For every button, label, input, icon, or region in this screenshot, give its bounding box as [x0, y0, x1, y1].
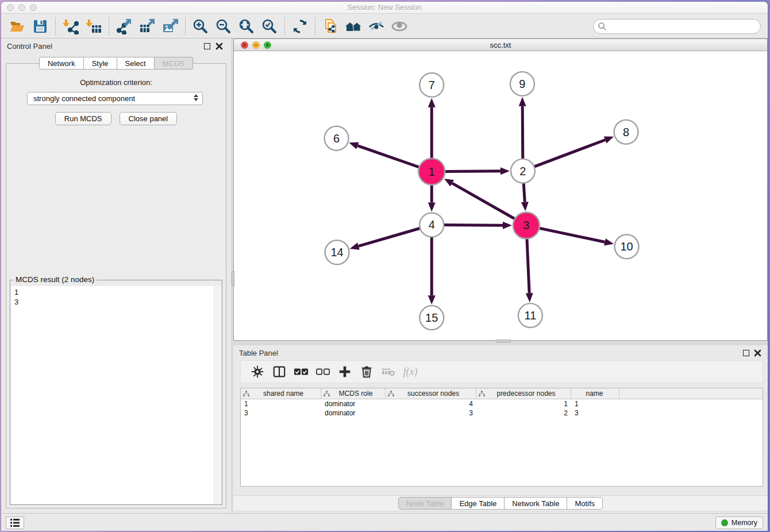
svg-text:8: 8 [623, 126, 629, 138]
zoom-out-button[interactable] [212, 17, 235, 36]
toolbar-separator [284, 18, 285, 35]
float-table-panel-icon[interactable] [743, 350, 749, 356]
result-scrollbar[interactable] [214, 286, 221, 504]
column-header-shared-name[interactable]: shared name [241, 388, 321, 399]
graph-node-11[interactable]: 11 [518, 303, 542, 327]
duplicate-network-button[interactable] [319, 17, 342, 36]
memory-button[interactable]: Memory [715, 516, 763, 529]
graph-node-2[interactable]: 2 [511, 159, 535, 183]
hide-selected-button[interactable] [365, 17, 388, 36]
graph-edge-1-6[interactable] [349, 142, 419, 167]
export-image-button[interactable] [159, 17, 182, 36]
tab-motifs[interactable]: Motifs [567, 497, 603, 510]
network-canvas-svg[interactable]: 7968124314101511 [234, 51, 767, 340]
save-session-button[interactable] [29, 17, 52, 36]
delete-column-button[interactable] [356, 363, 378, 381]
tab-style[interactable]: Style [84, 57, 117, 70]
graph-node-10[interactable]: 10 [615, 234, 639, 259]
close-table-panel-icon[interactable] [754, 349, 761, 357]
cell-mcds-role[interactable]: dominator [321, 408, 386, 418]
deselect-all-columns-button[interactable] [312, 363, 334, 381]
graph-node-8[interactable]: 8 [614, 120, 638, 144]
tab-network[interactable]: Network [39, 57, 84, 70]
cell-shared-name[interactable]: 3 [241, 408, 321, 418]
cell-mcds-role[interactable]: dominator [321, 399, 386, 408]
tab-select[interactable]: Select [117, 57, 155, 70]
graph-edge-1-4[interactable] [428, 185, 436, 212]
graph-edge-1-2[interactable] [445, 167, 510, 175]
cell-name[interactable]: 1 [571, 399, 619, 408]
export-table-icon [139, 18, 155, 34]
graph-edge-4-15[interactable] [428, 237, 436, 304]
graph-edge-4-14[interactable] [350, 228, 421, 249]
close-panel-icon[interactable] [215, 43, 223, 50]
graph-edge-2-8[interactable] [534, 136, 614, 167]
graph-edge-2-9[interactable] [519, 97, 526, 159]
graph-edge-2-3[interactable] [521, 183, 529, 211]
graph-node-4[interactable]: 4 [419, 213, 444, 237]
tab-network-table[interactable]: Network Table [505, 497, 567, 510]
cell-shared-name[interactable]: 1 [241, 399, 321, 408]
export-table-button[interactable] [136, 17, 159, 36]
graph-edge-3-1[interactable] [444, 179, 515, 219]
cell-successor-nodes[interactable]: 3 [386, 408, 476, 418]
graph-node-7[interactable]: 7 [419, 73, 444, 97]
task-history-button[interactable] [6, 516, 24, 529]
svg-text:4: 4 [429, 218, 435, 231]
graph-edge-1-7[interactable] [428, 98, 436, 159]
tab-node-table[interactable]: Node Table [398, 497, 452, 510]
graph-edge-3-10[interactable] [539, 228, 614, 245]
cell-predecessor-nodes[interactable]: 1 [476, 399, 571, 408]
graph-node-3[interactable]: 3 [513, 212, 540, 238]
column-header-mcds-role[interactable]: MCDS role [321, 388, 386, 399]
table-row[interactable]: 1dominator411 [241, 399, 763, 408]
zoom-in-button[interactable] [189, 17, 212, 36]
add-column-button[interactable] [334, 363, 356, 381]
network-frame-titlebar[interactable]: scc.txt [234, 39, 767, 51]
tab-edge-table[interactable]: Edge Table [452, 497, 505, 510]
column-header-predecessor-nodes[interactable]: predecessor nodes [476, 388, 571, 399]
select-all-columns-button[interactable] [290, 363, 312, 381]
column-header-successor-nodes[interactable]: successor nodes [386, 388, 476, 399]
delete-table-button[interactable] [378, 363, 399, 381]
table-row[interactable]: 3dominator323 [241, 408, 763, 418]
network-home-button[interactable] [342, 17, 365, 36]
optimization-criterion-select[interactable]: strongly connected component [27, 92, 203, 105]
svg-text:15: 15 [425, 311, 438, 324]
apply-layout-button[interactable] [288, 17, 311, 36]
close-panel-button[interactable]: Close panel [120, 112, 178, 125]
show-all-button[interactable] [388, 17, 411, 36]
graph-node-1[interactable]: 1 [418, 159, 445, 185]
horizontal-splitter-handle[interactable] [496, 340, 511, 342]
control-panel-title: Control Panel [7, 42, 52, 51]
graph-node-14[interactable]: 14 [325, 240, 349, 264]
open-file-button[interactable] [6, 17, 29, 36]
cell-name[interactable]: 3 [571, 408, 619, 418]
network-canvas[interactable]: 7968124314101511 [234, 51, 767, 340]
vertical-splitter-handle[interactable] [232, 271, 234, 286]
function-builder-button[interactable]: f(x) [399, 363, 421, 381]
search-input[interactable] [593, 19, 761, 34]
graph-node-15[interactable]: 15 [419, 306, 444, 330]
export-network-button[interactable] [113, 17, 136, 36]
graph-edge-3-11[interactable] [526, 238, 533, 302]
cell-predecessor-nodes[interactable]: 2 [476, 408, 571, 418]
cell-successor-nodes[interactable]: 4 [386, 399, 476, 408]
zoom-fit-icon [238, 18, 255, 35]
column-header-name[interactable]: name [571, 388, 619, 399]
graph-edge-4-3[interactable] [444, 222, 512, 229]
zoom-selected-button[interactable] [258, 17, 281, 36]
zoom-fit-button[interactable] [235, 17, 258, 36]
svg-text:6: 6 [333, 132, 340, 145]
import-network-button[interactable] [59, 17, 82, 36]
float-panel-icon[interactable] [204, 43, 210, 49]
run-mcds-button[interactable]: Run MCDS [55, 112, 111, 125]
toggle-panes-button[interactable] [268, 363, 290, 381]
table-body: 1dominator4113dominator323 [241, 399, 763, 418]
svg-text:3: 3 [523, 219, 529, 232]
graph-node-9[interactable]: 9 [510, 72, 534, 96]
graph-node-6[interactable]: 6 [325, 126, 349, 151]
import-table-button[interactable] [82, 17, 105, 36]
table-settings-button[interactable] [247, 363, 268, 381]
tab-mcds[interactable]: MCDS [155, 57, 193, 70]
